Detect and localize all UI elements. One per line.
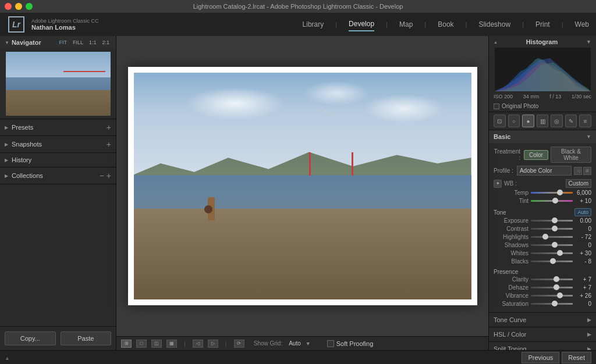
collections-add-btn[interactable]: + [107,171,111,180]
navigator-arrow: ▼ [5,40,9,45]
temp-slider[interactable] [531,192,573,194]
cycle-view-btn[interactable]: ⟳ [234,340,244,348]
saturation-slider[interactable] [531,303,573,305]
snapshots-header[interactable]: ▶ Snapshots + [0,136,116,152]
saturation-row: Saturation 0 [494,301,591,307]
nav-map[interactable]: Map [399,18,413,31]
collections-minus-btn[interactable]: − [100,171,104,180]
profile-grid-btn[interactable]: ⊞ [583,167,591,175]
survey-view-btn[interactable]: ▦ [166,340,177,348]
clarity-slider[interactable] [531,279,573,280]
presets-label: Presets [12,124,104,131]
loupe-view-btn[interactable]: □ [136,340,147,348]
snapshots-add-btn[interactable]: + [107,140,111,149]
after-btn[interactable]: ▷ [208,340,218,348]
collections-header[interactable]: ▶ Collections − + [0,167,116,184]
highlights-slider[interactable] [531,236,573,238]
maximize-button[interactable] [26,3,33,10]
zoom-fit[interactable]: FIT [57,39,69,46]
highlights-thumb[interactable] [542,234,548,240]
wb-eyedropper[interactable]: ✦ [494,180,502,188]
wb-value[interactable]: Custom [566,179,591,188]
auto-btn[interactable]: Auto [574,208,591,216]
histogram-title: Histogram [526,38,558,45]
profile-prev-btn[interactable]: ◁ [574,167,582,175]
reset-button[interactable]: Reset [562,352,591,363]
color-btn[interactable]: Color [524,150,548,160]
basic-section-header[interactable]: Basic ▼ [489,130,596,143]
original-photo-checkbox[interactable] [494,104,499,109]
aperture: f / 13 [549,94,561,99]
redeye-tool[interactable]: ● [522,115,534,127]
exposure-slider[interactable] [531,220,573,222]
navigator-header[interactable]: ▼ Navigator FIT FILL 1:1 2:1 [0,36,116,49]
histogram-expand-icon[interactable]: ▼ [586,39,591,45]
photo-bridge-towers [309,152,353,176]
tint-thumb[interactable] [552,198,558,204]
before-btn[interactable]: ◁ [193,340,203,348]
blacks-thumb[interactable] [550,258,556,264]
photo-workspace[interactable]: ↖ [116,36,488,336]
tint-slider[interactable] [531,200,573,202]
paste-button[interactable]: Paste [61,331,112,345]
dehaze-slider[interactable] [531,287,573,288]
contrast-thumb[interactable] [552,226,558,231]
clarity-thumb[interactable] [554,276,559,282]
presence-header: Presence [494,266,591,276]
hsl-header[interactable]: HSL / Color ▶ [489,327,596,341]
presets-add-btn[interactable]: + [107,123,111,132]
tone-curve-header[interactable]: Tone Curve ▶ [489,313,596,327]
blacks-slider[interactable] [531,260,573,262]
contrast-slider[interactable] [531,228,573,230]
nav-print[interactable]: Print [535,18,550,31]
hsl-tool[interactable]: ≡ [579,115,591,127]
previous-button[interactable]: Previous [522,352,559,363]
temp-thumb[interactable] [557,190,563,195]
nav-develop[interactable]: Develop [349,17,374,31]
original-photo-label: Original Photo [502,103,538,109]
show-grid-value: Auto [289,340,301,347]
spot-removal-tool[interactable]: ○ [508,115,520,127]
vibrance-thumb[interactable] [557,292,563,298]
zoom-fill[interactable]: FILL [71,39,85,46]
zoom-1-1[interactable]: 1:1 [87,39,98,46]
radial-filter-tool[interactable]: ◎ [551,115,563,127]
saturation-thumb[interactable] [552,301,558,306]
crop-tool[interactable]: ⊡ [494,115,506,127]
nav-book[interactable]: Book [438,18,453,31]
profile-value[interactable]: Adobe Color [517,166,572,176]
nav-web[interactable]: Web [575,18,589,31]
photo-canvas: ↖ [134,73,471,299]
copy-button[interactable]: Copy... [5,331,56,345]
soft-proofing-checkbox[interactable] [327,340,334,347]
nav-library[interactable]: Library [303,18,324,31]
original-photo-check: Original Photo [489,102,596,112]
histogram-header: ▲ Histogram ▼ [489,36,596,48]
history-header[interactable]: ▶ History [0,153,116,167]
adjustment-brush-tool[interactable]: ✎ [565,115,577,127]
nav-slideshow[interactable]: Slideshow [478,18,510,31]
zoom-2-1[interactable]: 2:1 [100,39,111,46]
minimize-button[interactable] [15,3,22,10]
grid-view-btn[interactable]: ⊞ [121,340,132,348]
preview-bridge [63,71,105,81]
split-toning-header[interactable]: Split Toning ▶ [489,342,596,350]
tool-strip: ⊡ ○ ● ▥ ◎ ✎ ≡ [489,112,596,130]
highlights-row: Highlights - 72 [494,234,591,240]
dehaze-value: + 7 [575,284,591,291]
bw-btn[interactable]: Black & White [551,147,591,163]
presets-header[interactable]: ▶ Presets + [0,119,116,135]
presets-arrow: ▶ [5,125,8,130]
whites-thumb[interactable] [557,250,563,256]
shadows-slider[interactable] [531,244,573,246]
dehaze-thumb[interactable] [554,284,559,290]
gradient-filter-tool[interactable]: ▥ [537,115,549,127]
close-button[interactable] [5,3,12,10]
vibrance-slider[interactable] [531,295,573,297]
bottom-left-arrow[interactable]: ▲ [5,355,10,361]
compare-view-btn[interactable]: ◫ [151,340,162,348]
shadows-thumb[interactable] [552,242,558,248]
window-title: Lightroom Catalog-2.lrcat - Adobe Photos… [193,3,403,10]
whites-slider[interactable] [531,252,573,254]
exposure-thumb[interactable] [552,217,558,223]
